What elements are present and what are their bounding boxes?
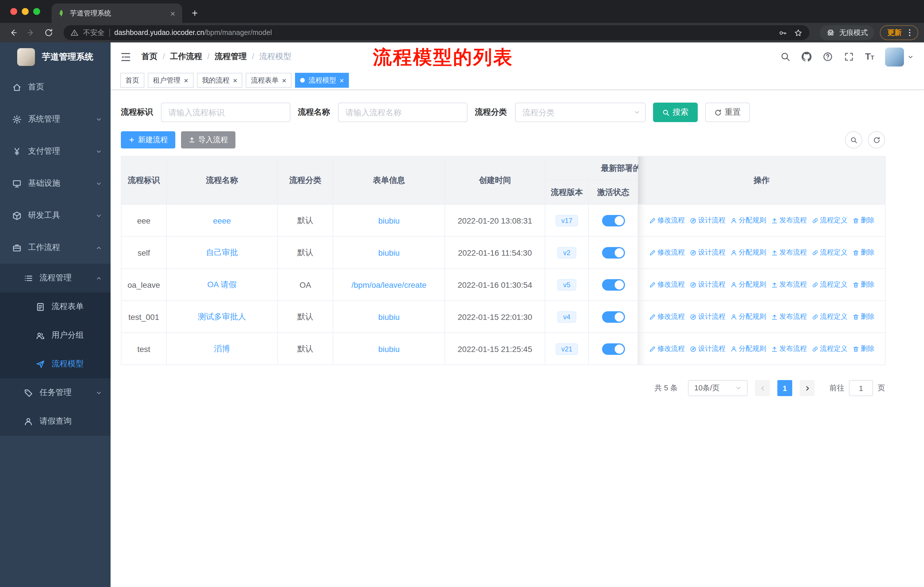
delete-process-link[interactable]: 删除 xyxy=(852,248,874,258)
modify-process-link[interactable]: 修改流程 xyxy=(649,216,685,226)
sidebar-item-devtools[interactable]: 研发工具 xyxy=(0,200,111,231)
process-definition-link[interactable]: 流程定义 xyxy=(812,216,848,226)
refresh-button[interactable] xyxy=(868,131,885,149)
assign-rule-link[interactable]: 分配规则 xyxy=(730,216,766,226)
process-name-link[interactable]: OA 请假 xyxy=(207,279,237,289)
delete-process-link[interactable]: 删除 xyxy=(852,216,874,226)
browser-tab[interactable]: 芋道管理系统 × xyxy=(51,3,182,23)
active-toggle[interactable] xyxy=(602,279,625,290)
close-icon[interactable]: × xyxy=(184,76,188,84)
tab-close-icon[interactable]: × xyxy=(169,9,177,18)
active-toggle[interactable] xyxy=(602,311,625,322)
breadcrumb-item[interactable]: 工作流程 xyxy=(170,51,215,62)
sidebar-item-task-management[interactable]: 任务管理 xyxy=(0,378,111,407)
sidebar-item-workflow[interactable]: 工作流程 xyxy=(0,231,111,264)
update-button[interactable]: 更新 xyxy=(880,25,918,40)
sidebar-item-process-management[interactable]: 流程管理 xyxy=(0,264,111,293)
sidebar-item-process-model[interactable]: 流程模型 xyxy=(0,350,111,378)
reload-icon[interactable] xyxy=(41,25,56,40)
github-icon[interactable] xyxy=(802,51,812,62)
sidebar-item-home[interactable]: 首页 xyxy=(0,71,111,103)
process-name-link[interactable]: eeee xyxy=(213,216,231,225)
prev-page-button[interactable] xyxy=(755,380,770,396)
new-tab-button[interactable]: + xyxy=(187,5,203,21)
design-process-link[interactable]: 设计流程 xyxy=(690,312,726,322)
user-menu[interactable] xyxy=(885,47,914,66)
font-size-icon[interactable] xyxy=(865,52,874,61)
active-toggle[interactable] xyxy=(602,343,625,355)
assign-rule-link[interactable]: 分配规则 xyxy=(730,248,766,258)
publish-process-link[interactable]: 发布流程 xyxy=(771,248,807,258)
key-icon[interactable] xyxy=(779,28,787,37)
process-name-input[interactable] xyxy=(338,103,467,122)
help-icon[interactable] xyxy=(823,51,833,62)
reset-button[interactable]: 重置 xyxy=(705,103,750,122)
active-toggle[interactable] xyxy=(602,215,625,226)
assign-rule-link[interactable]: 分配规则 xyxy=(730,344,766,354)
form-info-link[interactable]: biubiu xyxy=(378,216,400,225)
hamburger-icon[interactable] xyxy=(120,51,132,63)
active-toggle[interactable] xyxy=(602,247,625,258)
breadcrumb-item[interactable]: 流程管理 xyxy=(215,51,259,62)
process-name-link[interactable]: 测试多审批人 xyxy=(198,312,246,321)
sidebar-item-process-form[interactable]: 流程表单 xyxy=(0,293,111,321)
delete-process-link[interactable]: 删除 xyxy=(852,312,874,322)
toggle-search-button[interactable] xyxy=(845,131,862,149)
sidebar-item-user-group[interactable]: 用户分组 xyxy=(0,321,111,350)
category-select-input[interactable] xyxy=(515,103,645,122)
next-page-button[interactable] xyxy=(800,380,815,396)
process-name-link[interactable]: 自己审批 xyxy=(206,247,238,256)
forward-icon[interactable] xyxy=(23,25,38,40)
design-process-link[interactable]: 设计流程 xyxy=(690,280,726,290)
search-icon[interactable] xyxy=(780,51,790,62)
zoom-window-button[interactable] xyxy=(33,8,40,15)
process-definition-link[interactable]: 流程定义 xyxy=(812,344,848,354)
modify-process-link[interactable]: 修改流程 xyxy=(649,248,685,258)
sidebar-item-system-management[interactable]: 系统管理 xyxy=(0,103,111,135)
tag-process-form[interactable]: 流程表单× xyxy=(246,73,291,88)
bookmark-star-icon[interactable] xyxy=(794,28,803,37)
publish-process-link[interactable]: 发布流程 xyxy=(771,216,807,226)
close-icon[interactable]: × xyxy=(233,76,237,84)
assign-rule-link[interactable]: 分配规则 xyxy=(730,312,766,322)
form-info-link[interactable]: biubiu xyxy=(378,312,400,321)
sidebar-item-payment-management[interactable]: 支付管理 xyxy=(0,135,111,167)
category-select[interactable] xyxy=(515,103,645,122)
delete-process-link[interactable]: 删除 xyxy=(852,344,874,354)
sidebar-item-infrastructure[interactable]: 基础设施 xyxy=(0,167,111,200)
back-icon[interactable] xyxy=(6,25,21,40)
close-icon[interactable]: × xyxy=(340,76,344,84)
process-key-input[interactable] xyxy=(161,103,290,122)
process-definition-link[interactable]: 流程定义 xyxy=(812,312,848,322)
page-size-select[interactable]: 10条/页 xyxy=(688,380,747,396)
import-process-button[interactable]: 导入流程 xyxy=(181,131,236,149)
form-info-link[interactable]: biubiu xyxy=(378,344,400,354)
page-number-current[interactable]: 1 xyxy=(777,380,792,396)
publish-process-link[interactable]: 发布流程 xyxy=(771,280,807,290)
form-info-link[interactable]: /bpm/oa/leave/create xyxy=(351,280,426,289)
process-definition-link[interactable]: 流程定义 xyxy=(812,248,848,258)
goto-page-input[interactable] xyxy=(849,380,873,396)
create-process-button[interactable]: 新建流程 xyxy=(121,131,175,149)
process-name-link[interactable]: 滔博 xyxy=(214,344,230,353)
address-bar[interactable]: 不安全 dashboard.yudao.iocoder.cn/bpm/manag… xyxy=(64,25,809,40)
close-window-button[interactable] xyxy=(10,8,17,15)
assign-rule-link[interactable]: 分配规则 xyxy=(730,280,766,290)
close-icon[interactable]: × xyxy=(282,76,286,84)
minimize-window-button[interactable] xyxy=(22,8,29,15)
design-process-link[interactable]: 设计流程 xyxy=(690,216,726,226)
publish-process-link[interactable]: 发布流程 xyxy=(771,344,807,354)
process-definition-link[interactable]: 流程定义 xyxy=(812,280,848,290)
tag-home[interactable]: 首页 xyxy=(120,73,144,88)
form-info-link[interactable]: biubiu xyxy=(378,248,400,257)
avatar[interactable] xyxy=(885,47,904,66)
tag-tenant-management[interactable]: 租户管理× xyxy=(148,73,193,88)
publish-process-link[interactable]: 发布流程 xyxy=(771,312,807,322)
design-process-link[interactable]: 设计流程 xyxy=(690,248,726,258)
tag-process-model[interactable]: 流程模型× xyxy=(295,73,349,88)
search-button[interactable]: 搜索 xyxy=(653,103,698,122)
tag-my-process[interactable]: 我的流程× xyxy=(197,73,242,88)
browser-menu-icon[interactable] xyxy=(905,28,914,37)
modify-process-link[interactable]: 修改流程 xyxy=(649,344,685,354)
design-process-link[interactable]: 设计流程 xyxy=(690,344,726,354)
